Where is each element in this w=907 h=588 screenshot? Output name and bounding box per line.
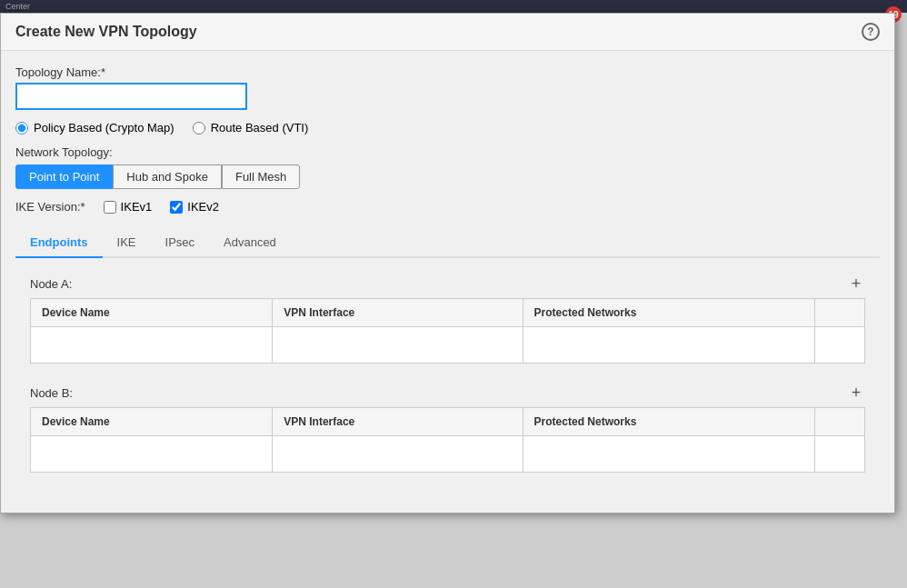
node-b-protected-cell [523,436,814,473]
col-header-vpn-interface-b: VPN Interface [273,408,523,436]
radio-policy-based[interactable]: Policy Based (Crypto Map) [15,121,174,135]
topology-name-input[interactable] [15,83,247,110]
col-header-protected-networks-a: Protected Networks [523,299,814,327]
help-icon[interactable]: ? [862,23,880,41]
ikev1-checkbox[interactable] [104,201,116,214]
node-a-header: Node A: + [30,269,865,298]
radio-group: Policy Based (Crypto Map) Route Based (V… [15,121,880,135]
app-title: Center [5,2,30,11]
radio-route-label: Route Based (VTI) [211,121,309,135]
network-topology-row: Network Topology: Point to Point Hub and… [15,145,880,189]
node-b-section: Node B: + Device Name VPN Interface Prot… [30,378,865,473]
node-a-section: Node A: + Device Name VPN Interface Prot… [30,269,865,364]
topology-button-group: Point to Point Hub and Spoke Full Mesh [15,164,880,189]
ikev2-label: IKEv2 [187,200,219,214]
tab-endpoints[interactable]: Endpoints [15,228,103,258]
modal-title: Create New VPN Topology [15,24,197,40]
col-header-device-name-a: Device Name [31,299,273,327]
node-a-actions-cell [814,327,864,364]
col-header-vpn-interface-a: VPN Interface [273,299,523,327]
top-strip: Center 19 [0,0,907,13]
radio-route-based[interactable]: Route Based (VTI) [193,121,309,135]
btn-hub-and-spoke[interactable]: Hub and Spoke [113,164,222,189]
node-b-table: Device Name VPN Interface Protected Netw… [30,407,865,473]
topology-name-label: Topology Name:* [15,65,880,79]
node-b-table-header-row: Device Name VPN Interface Protected Netw… [31,408,865,436]
radio-policy-input[interactable] [15,122,28,135]
col-header-device-name-b: Device Name [31,408,273,436]
node-b-actions-cell [814,436,864,473]
ike-version-row: IKE Version:* IKEv1 IKEv2 [15,200,880,214]
col-header-actions-b [814,408,864,436]
radio-route-input[interactable] [193,122,205,135]
tab-ipsec[interactable]: IPsec [151,228,210,258]
create-vpn-topology-modal: Create New VPN Topology ? Topology Name:… [0,13,895,513]
btn-point-to-point[interactable]: Point to Point [15,164,113,189]
node-a-table: Device Name VPN Interface Protected Netw… [30,298,865,364]
node-b-label: Node B: [30,386,73,400]
col-header-actions-a [814,299,864,327]
btn-full-mesh[interactable]: Full Mesh [222,164,300,189]
tabs-bar: Endpoints IKE IPsec Advanced [15,228,880,258]
network-topology-label: Network Topology: [15,145,880,159]
radio-policy-label: Policy Based (Crypto Map) [34,121,174,135]
node-a-table-header-row: Device Name VPN Interface Protected Netw… [31,299,865,327]
tab-content-endpoints: Node A: + Device Name VPN Interface Prot… [15,258,880,498]
modal-header: Create New VPN Topology ? [1,14,894,51]
ikev2-checkbox[interactable] [170,201,183,214]
node-a-device-cell [31,327,273,364]
node-a-empty-row [31,327,865,364]
ikev2-option[interactable]: IKEv2 [170,200,219,214]
node-a-add-button[interactable]: + [847,274,865,293]
node-a-protected-cell [523,327,814,364]
node-b-device-cell [31,436,273,473]
node-b-empty-row [31,436,865,473]
tab-ike[interactable]: IKE [103,228,151,258]
tab-advanced[interactable]: Advanced [209,228,291,258]
node-b-add-button[interactable]: + [847,384,865,402]
node-a-vpn-cell [273,327,523,364]
ikev1-option[interactable]: IKEv1 [104,200,153,214]
topology-name-row: Topology Name:* [15,65,880,110]
ike-version-label: IKE Version:* [15,200,85,214]
ikev1-label: IKEv1 [121,200,153,214]
node-b-header: Node B: + [30,378,865,407]
modal-body: Topology Name:* Policy Based (Crypto Map… [1,51,894,513]
node-b-vpn-cell [273,436,523,473]
col-header-protected-networks-b: Protected Networks [523,408,814,436]
node-a-label: Node A: [30,277,72,291]
